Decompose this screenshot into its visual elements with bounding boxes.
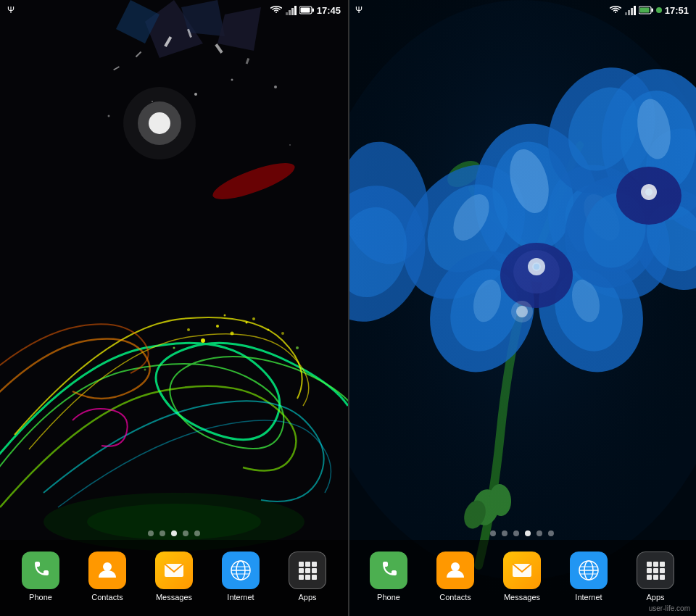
right-status-left: Ψ	[355, 5, 362, 15]
svg-point-30	[173, 347, 175, 349]
left-page-indicators	[0, 530, 348, 536]
right-dock-internet[interactable]: Internet	[563, 552, 615, 602]
apps-label-right: Apps	[646, 593, 664, 602]
internet-svg-right	[576, 558, 601, 583]
contacts-label-left: Contacts	[91, 593, 123, 602]
indicator-dot-right-4	[525, 530, 531, 536]
phone-icon-right[interactable]	[370, 552, 407, 589]
contacts-svg-right	[444, 559, 467, 582]
apps-icon-right[interactable]	[637, 552, 674, 589]
svg-rect-126	[660, 575, 665, 580]
left-status-bar: Ψ 17:45	[0, 0, 348, 20]
svg-rect-118	[647, 562, 652, 567]
right-phone-screen: Ψ	[348, 0, 696, 616]
phone-svg-left	[29, 559, 52, 582]
contacts-icon-left[interactable]	[88, 552, 126, 589]
messages-label-left: Messages	[156, 593, 192, 602]
svg-rect-36	[289, 10, 291, 15]
svg-rect-124	[647, 575, 652, 580]
svg-point-12	[231, 79, 233, 81]
right-dock-messages[interactable]: Messages	[496, 552, 548, 602]
left-dock-messages[interactable]: Messages	[148, 552, 200, 602]
screen-divider	[348, 0, 349, 616]
svg-rect-123	[660, 568, 665, 573]
svg-rect-105	[631, 8, 633, 15]
svg-point-21	[201, 338, 205, 343]
indicator-dot-right-5	[536, 530, 542, 536]
svg-point-16	[289, 144, 291, 146]
indicator-dot-left-3	[171, 530, 177, 536]
svg-point-24	[246, 322, 248, 324]
svg-rect-108	[651, 9, 653, 12]
indicator-dot-right-1	[490, 530, 496, 536]
wifi-icon-left	[270, 5, 282, 15]
svg-rect-49	[299, 562, 304, 567]
svg-point-14	[274, 86, 277, 88]
indicator-dot-right-6	[548, 530, 554, 536]
svg-rect-119	[653, 562, 658, 567]
svg-rect-121	[647, 568, 652, 573]
svg-rect-41	[300, 8, 310, 13]
right-dock-phone[interactable]: Phone	[362, 552, 415, 602]
usb-icon-right: Ψ	[355, 5, 362, 15]
phone-label-right: Phone	[377, 593, 400, 602]
internet-label-left: Internet	[227, 593, 254, 602]
svg-rect-125	[653, 575, 658, 580]
indicator-dot-right-3	[513, 530, 519, 536]
left-dock-apps[interactable]: Apps	[281, 552, 334, 602]
right-dock-contacts[interactable]: Contacts	[429, 552, 481, 602]
svg-rect-57	[312, 575, 317, 580]
indicator-dot-left-1	[148, 530, 154, 536]
svg-rect-109	[639, 8, 649, 13]
indicator-dot-left-4	[183, 530, 188, 536]
svg-point-32	[144, 369, 146, 371]
charging-indicator-right	[656, 7, 662, 13]
svg-point-29	[281, 332, 284, 335]
svg-rect-54	[312, 568, 317, 573]
internet-icon-left[interactable]	[222, 552, 260, 589]
contacts-svg-left	[96, 559, 119, 582]
right-time: 17:51	[665, 5, 689, 16]
left-dock-phone[interactable]: Phone	[14, 552, 67, 602]
messages-label-right: Messages	[504, 593, 540, 602]
svg-rect-120	[660, 562, 665, 567]
phone-icon-left[interactable]	[22, 552, 59, 589]
messages-icon-right[interactable]	[503, 552, 541, 589]
watermark: user-life.com	[649, 604, 690, 612]
right-dock-apps[interactable]: Apps	[629, 552, 682, 602]
svg-rect-37	[291, 8, 294, 15]
svg-point-27	[252, 317, 255, 320]
svg-point-19	[123, 87, 196, 159]
contacts-icon-right[interactable]	[436, 552, 474, 589]
svg-rect-106	[634, 6, 636, 15]
svg-rect-50	[305, 562, 310, 567]
apps-svg-left	[297, 559, 318, 581]
phone-label-left: Phone	[29, 593, 52, 602]
internet-svg-left	[228, 558, 253, 583]
svg-rect-52	[299, 568, 304, 573]
apps-icon-left[interactable]	[289, 552, 326, 589]
right-status-bar: Ψ	[348, 0, 696, 20]
svg-rect-55	[299, 575, 304, 580]
indicator-dot-left-5	[194, 530, 200, 536]
svg-point-28	[268, 329, 270, 331]
svg-rect-56	[305, 575, 310, 580]
left-dock-internet[interactable]: Internet	[215, 552, 267, 602]
svg-rect-35	[286, 12, 288, 15]
messages-svg-left	[162, 558, 186, 583]
left-dock: Phone Contacts Messages	[0, 540, 348, 616]
svg-point-22	[216, 325, 219, 328]
svg-rect-40	[312, 9, 314, 12]
svg-rect-122	[653, 568, 658, 573]
messages-icon-left[interactable]	[155, 552, 193, 589]
svg-point-23	[231, 332, 234, 336]
left-dock-contacts[interactable]: Contacts	[81, 552, 133, 602]
svg-rect-51	[312, 562, 317, 567]
left-time: 17:45	[317, 5, 341, 16]
apps-svg-right	[645, 559, 666, 581]
signal-icon-right	[624, 5, 636, 15]
right-page-indicators	[348, 530, 696, 536]
internet-icon-right[interactable]	[570, 552, 608, 589]
indicator-dot-left-2	[160, 530, 165, 536]
left-phone-screen: Ψ 17:45	[0, 0, 348, 616]
